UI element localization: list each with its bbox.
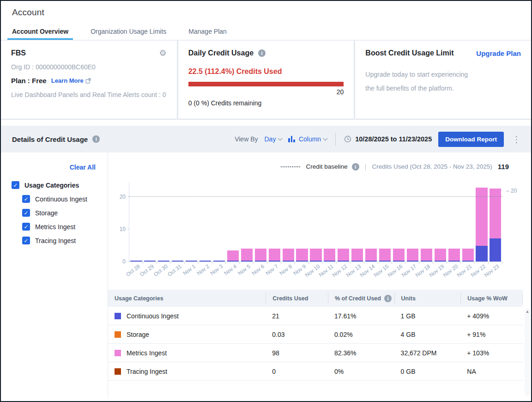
- table-scrollbar[interactable]: ▲: [525, 308, 530, 396]
- continuous-ingest-segment: [421, 261, 432, 262]
- scroll-up-icon[interactable]: ▲: [525, 308, 530, 315]
- table-row-tracing-ingest[interactable]: Tracing Ingest00%0 GBNA: [108, 362, 523, 381]
- learn-more-link[interactable]: Learn More: [51, 77, 91, 84]
- units-value: 4 GB: [394, 331, 461, 338]
- credits-used-text: 22.5 (112.4%) Credits Used: [188, 67, 344, 76]
- pct-credit-used-value: 82.36%: [328, 349, 394, 357]
- org-id: Org ID : 0000000000BC60E0: [11, 63, 167, 71]
- bar-nov-17[interactable]: Nov 17: [405, 183, 419, 262]
- table-row-storage[interactable]: Storage0.030.02%4 GB+ 91%: [108, 325, 523, 344]
- bar-nov-14[interactable]: Nov 14: [364, 183, 378, 262]
- usage-wow-value: + 91%: [460, 331, 523, 338]
- baseline-right-label: – 20: [506, 188, 517, 194]
- filter-continuous-ingest[interactable]: ✓Continuous Ingest: [1, 195, 108, 203]
- x-axis-label: Nov 5: [237, 263, 251, 276]
- bar-nov-10[interactable]: Nov 10: [309, 183, 323, 262]
- bar-oct-30[interactable]: Oct 30: [157, 183, 171, 262]
- info-icon[interactable]: i: [92, 135, 100, 143]
- y-axis-label: 10: [120, 226, 126, 232]
- chart-legend: Credit baseline i | Credits Used (Oct 28…: [108, 152, 531, 171]
- bar-nov-20[interactable]: Nov 20: [447, 183, 461, 262]
- bar-nov-22[interactable]: Nov 22: [475, 183, 489, 262]
- bar-nov-21[interactable]: Nov 21: [461, 183, 475, 262]
- metrics-ingest-segment: [421, 249, 432, 261]
- tab-manage-plan[interactable]: Manage Plan: [184, 25, 231, 40]
- continuous-ingest-segment: [379, 261, 391, 262]
- date-range-picker[interactable]: 10/28/2025 to 11/23/2025: [344, 135, 432, 143]
- continuous-ingest-segment: [324, 261, 335, 262]
- table-row-metrics-ingest[interactable]: Metrics Ingest9882.36%32,672 DPM+ 103%: [108, 344, 523, 362]
- clock-icon: [344, 135, 351, 143]
- checkbox-checked[interactable]: ✓: [12, 181, 19, 189]
- units-value: 0 GB: [394, 368, 461, 375]
- metrics-ingest-segment: [338, 249, 349, 261]
- metrics-ingest-segment: [379, 249, 391, 261]
- bar-nov-19[interactable]: Nov 19: [433, 183, 447, 262]
- filter-metrics-ingest[interactable]: ✓Metrics Ingest: [1, 223, 108, 231]
- tab-account-overview[interactable]: Account Overview: [7, 25, 73, 40]
- bar-nov-8[interactable]: Nov 8: [281, 183, 295, 262]
- x-axis-label: Nov 14: [359, 263, 376, 278]
- bar-nov-16[interactable]: Nov 16: [392, 183, 406, 262]
- credits-used-value: 0.03: [266, 331, 328, 338]
- filter-usage-categories[interactable]: ✓ Usage Categories: [1, 181, 108, 189]
- plan-label: Plan : Free: [11, 77, 47, 85]
- checkbox-checked[interactable]: ✓: [22, 195, 30, 203]
- page-header: Account Account Overview Organization Us…: [1, 1, 531, 40]
- bar-nov-18[interactable]: Nov 18: [419, 183, 433, 262]
- info-icon[interactable]: i: [352, 163, 359, 171]
- continuous-ingest-segment: [365, 261, 377, 262]
- usage-wow-value: NA: [460, 368, 523, 375]
- view-by-select[interactable]: Day: [265, 135, 282, 143]
- org-info-card: FBS ⚙ Org ID : 0000000000BC60E0 Plan : F…: [1, 41, 177, 119]
- units-value: 32,672 DPM: [394, 349, 461, 357]
- chart-plot-area: Oct 28Oct 29Oct 30Oct 31Nov 1Nov 2Nov 3N…: [129, 183, 502, 262]
- bar-nov-13[interactable]: Nov 13: [351, 183, 364, 262]
- filter-tracing-ingest[interactable]: ✓Tracing Ingest: [1, 237, 108, 244]
- more-options-icon[interactable]: ⋮: [510, 134, 523, 145]
- x-axis-label: Nov 10: [304, 263, 320, 278]
- x-axis-label: Nov 22: [470, 263, 486, 278]
- bar-nov-6[interactable]: Nov 6: [254, 183, 267, 262]
- bar-nov-23[interactable]: Nov 23: [489, 183, 502, 262]
- metrics-ingest-segment: [255, 249, 266, 261]
- continuous-ingest-segment: [130, 261, 142, 262]
- pct-credit-used-value: 0.02%: [328, 331, 394, 338]
- col-pct-credit-used: % of Credit Usedi: [328, 293, 394, 304]
- bar-nov-7[interactable]: Nov 7: [267, 183, 281, 262]
- bar-nov-15[interactable]: Nov 15: [378, 183, 392, 262]
- bar-nov-11[interactable]: Nov 11: [323, 183, 337, 262]
- bar-oct-29[interactable]: Oct 29: [143, 183, 157, 262]
- bar-nov-12[interactable]: Nov 12: [337, 183, 351, 262]
- chart-type-select[interactable]: Column: [288, 135, 327, 143]
- bar-oct-31[interactable]: Oct 31: [171, 183, 185, 262]
- continuous-ingest-segment: [490, 238, 501, 262]
- bar-nov-2[interactable]: Nov 2: [199, 183, 212, 262]
- gear-icon[interactable]: ⚙: [159, 49, 167, 57]
- credit-limit-value: 20: [188, 88, 344, 96]
- continuous-ingest-segment: [158, 261, 169, 262]
- upgrade-plan-link[interactable]: Upgrade Plan: [476, 49, 521, 57]
- details-main: Clear All ✓ Usage Categories ✓Continuous…: [1, 152, 531, 399]
- bar-nov-9[interactable]: Nov 9: [295, 183, 309, 262]
- bar-nov-1[interactable]: Nov 1: [185, 183, 199, 262]
- tab-organization-usage-limits[interactable]: Organization Usage Limits: [86, 25, 171, 40]
- metrics-ingest-segment: [365, 249, 377, 261]
- checkbox-checked[interactable]: ✓: [22, 237, 30, 244]
- clear-all-link[interactable]: Clear All: [1, 164, 96, 171]
- info-icon[interactable]: i: [258, 49, 266, 57]
- download-report-button[interactable]: Download Report: [438, 132, 504, 147]
- checkbox-checked[interactable]: ✓: [22, 223, 30, 231]
- credits-used-total: 119: [498, 163, 509, 171]
- bar-nov-4[interactable]: Nov 4: [226, 183, 240, 262]
- info-icon[interactable]: i: [384, 295, 392, 302]
- bar-nov-5[interactable]: Nov 5: [240, 183, 254, 262]
- x-axis-label: Nov 6: [251, 263, 265, 276]
- checkbox-checked[interactable]: ✓: [22, 209, 30, 217]
- table-row-continuous-ingest[interactable]: Continuous Ingest2117.61%1 GB+ 409%: [108, 307, 523, 325]
- daily-usage-title: Daily Credit Usage: [188, 49, 254, 57]
- bar-oct-28[interactable]: Oct 28: [129, 183, 143, 262]
- bar-nov-3[interactable]: Nov 3: [212, 183, 226, 262]
- continuous-ingest-segment: [448, 261, 460, 262]
- filter-storage[interactable]: ✓Storage: [1, 209, 108, 217]
